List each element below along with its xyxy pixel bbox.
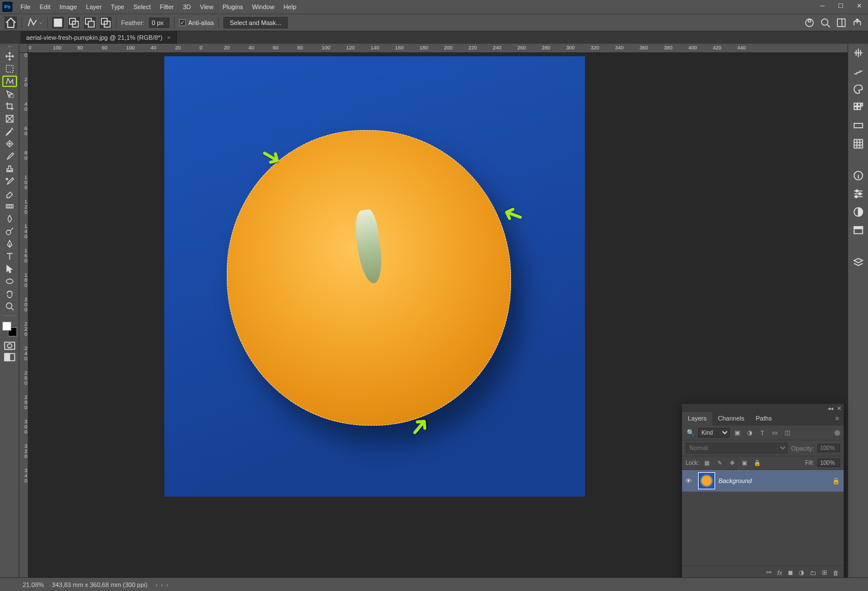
hand-tool[interactable]	[2, 288, 17, 299]
filter-type-icon[interactable]: T	[757, 428, 767, 438]
nav-right-icon[interactable]: ›	[167, 581, 169, 588]
panel-menu-icon[interactable]: ≡	[831, 412, 844, 426]
zoom-tool[interactable]	[2, 301, 17, 312]
gradients-icon[interactable]	[853, 120, 864, 131]
filter-smart-icon[interactable]: ◫	[782, 428, 792, 438]
current-tool-icon[interactable]: ⌄	[27, 16, 43, 29]
tab-channels[interactable]: Channels	[712, 412, 750, 426]
brush-settings-icon[interactable]	[853, 47, 864, 59]
visibility-icon[interactable]: 👁	[686, 477, 695, 484]
properties-icon[interactable]	[853, 188, 864, 199]
new-adjustment-icon[interactable]: ◑	[799, 569, 804, 576]
lock-trans-icon[interactable]: ▦	[703, 459, 712, 467]
tab-layers[interactable]: Layers	[682, 412, 712, 426]
dodge-tool[interactable]	[2, 226, 17, 237]
home-button[interactable]	[5, 16, 17, 29]
marquee-tool[interactable]	[2, 63, 17, 74]
filter-pixel-icon[interactable]: ▣	[732, 428, 742, 438]
layers-icon[interactable]	[853, 256, 864, 268]
menu-layer[interactable]: Layer	[81, 1, 106, 13]
selection-new[interactable]	[52, 17, 64, 28]
filter-adjust-icon[interactable]: ◑	[745, 428, 755, 438]
libraries-icon[interactable]	[853, 224, 864, 236]
layer-row[interactable]: 👁 Background 🔒	[682, 470, 844, 492]
delete-layer-icon[interactable]: 🗑	[833, 569, 839, 576]
select-and-mask-button[interactable]: Select and Mask...	[223, 17, 288, 28]
layer-fx-icon[interactable]: fx	[777, 569, 782, 576]
lock-all-icon[interactable]: 🔒	[753, 459, 762, 467]
link-layers-icon[interactable]: ⚯	[766, 569, 771, 576]
adjustments-icon[interactable]	[853, 206, 864, 218]
menu-plugins[interactable]: Plugins	[218, 1, 247, 13]
selection-intersect[interactable]	[100, 17, 111, 28]
new-group-icon[interactable]: 🗀	[810, 569, 816, 576]
layer-thumbnail[interactable]	[698, 472, 715, 489]
stamp-tool[interactable]	[2, 163, 17, 174]
menu-3d[interactable]: 3D	[178, 1, 196, 13]
crop-tool[interactable]	[2, 101, 17, 112]
menu-type[interactable]: Type	[106, 1, 129, 13]
minimize-button[interactable]: ─	[813, 0, 832, 11]
move-tool[interactable]	[2, 51, 17, 62]
menu-help[interactable]: Help	[279, 1, 301, 13]
lock-paint-icon[interactable]: ✎	[715, 459, 724, 467]
close-button[interactable]: ✕	[850, 0, 868, 11]
pen-tool[interactable]	[2, 238, 17, 249]
filter-kind-select[interactable]: Kind	[698, 428, 730, 438]
lock-nest-icon[interactable]: ▣	[740, 459, 749, 467]
collapse-icon[interactable]: ◂◂	[828, 405, 833, 411]
layer-name[interactable]: Background	[719, 477, 752, 484]
workspace-icon[interactable]	[836, 18, 846, 28]
menu-view[interactable]: View	[196, 1, 218, 13]
menu-filter[interactable]: Filter	[155, 1, 178, 13]
maximize-button[interactable]: ☐	[832, 0, 850, 11]
filter-toggle[interactable]	[834, 430, 840, 436]
opacity-value[interactable]: 100%	[817, 444, 840, 452]
fill-value[interactable]: 100%	[817, 459, 840, 467]
lock-pos-icon[interactable]: ✥	[728, 459, 737, 467]
blur-tool[interactable]	[2, 213, 17, 224]
tab-paths[interactable]: Paths	[750, 412, 778, 426]
antialias-checkbox[interactable]: ✓ Anti-alias	[179, 19, 214, 26]
new-layer-icon[interactable]: ⊞	[822, 569, 827, 576]
patterns-icon[interactable]	[853, 138, 864, 149]
quick-select-tool[interactable]	[2, 88, 17, 99]
document-tab[interactable]: aerial-view-fresh-pumpkin.jpg @ 21,1% (R…	[20, 31, 177, 44]
healing-tool[interactable]	[2, 138, 17, 149]
menu-window[interactable]: Window	[248, 1, 279, 13]
frame-tool[interactable]	[2, 113, 17, 124]
type-tool[interactable]	[2, 251, 17, 262]
ruler-horizontal[interactable]: 0100806010040200204060801001201401601802…	[28, 44, 848, 53]
nav-left-icon[interactable]: ‹	[161, 581, 163, 588]
info-icon[interactable]	[853, 170, 864, 181]
path-select-tool[interactable]	[2, 263, 17, 274]
ruler-vertical[interactable]: 0204060801001201401601802002202402602803…	[19, 53, 28, 577]
eyedropper-tool[interactable]	[2, 126, 17, 137]
zoom-level[interactable]: 21.08%	[23, 581, 44, 588]
add-mask-icon[interactable]: ◼	[788, 569, 793, 576]
menu-image[interactable]: Image	[55, 1, 82, 13]
eraser-tool[interactable]	[2, 188, 17, 199]
foreground-color[interactable]	[2, 322, 11, 331]
cloud-docs-icon[interactable]	[804, 18, 815, 28]
lasso-tool[interactable]	[2, 76, 17, 87]
menu-file[interactable]: File	[16, 1, 35, 13]
menu-select[interactable]: Select	[129, 1, 156, 13]
tab-close-icon[interactable]: ×	[167, 34, 171, 41]
brushes-icon[interactable]	[853, 65, 864, 77]
document-info[interactable]: 343,83 mm x 360,68 mm (300 ppi)	[52, 581, 147, 588]
quickmask-tool[interactable]	[4, 341, 15, 350]
info-chevron-icon[interactable]: ›	[155, 581, 157, 588]
share-icon[interactable]	[852, 18, 862, 28]
selection-subtract[interactable]	[84, 17, 95, 28]
color-icon[interactable]	[853, 84, 864, 95]
search-icon[interactable]	[820, 18, 830, 28]
shape-tool[interactable]	[2, 276, 17, 287]
selection-add[interactable]	[68, 17, 80, 28]
filter-shape-icon[interactable]: ▭	[770, 428, 780, 438]
screenmode-tool[interactable]	[4, 352, 15, 361]
blend-mode-select[interactable]: Normal	[686, 443, 788, 453]
swatches-icon[interactable]	[853, 102, 864, 113]
feather-input[interactable]	[149, 18, 169, 28]
history-brush-tool[interactable]	[2, 176, 17, 187]
